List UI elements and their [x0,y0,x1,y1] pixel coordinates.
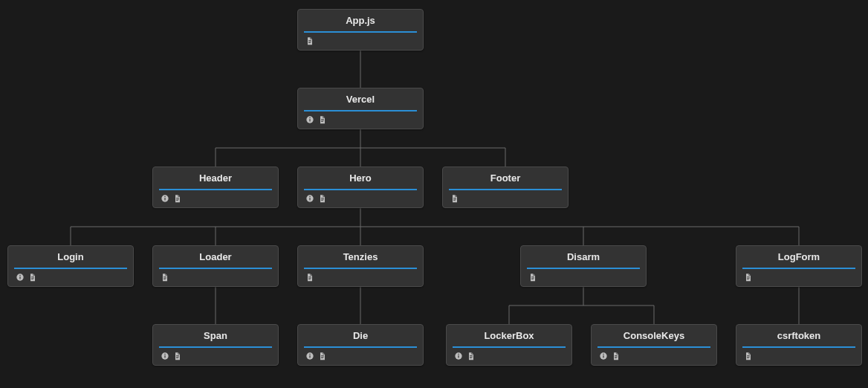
document-icon [318,194,327,203]
node-csrftoken[interactable]: csrftoken [736,324,862,366]
svg-point-17 [309,196,311,198]
svg-rect-8 [321,121,323,122]
svg-rect-1 [308,42,311,42]
svg-rect-30 [163,277,166,277]
node-loader[interactable]: Loader [152,245,279,287]
svg-rect-21 [453,198,456,198]
svg-rect-43 [164,355,165,358]
info-icon [599,352,608,360]
node-logform[interactable]: LogForm [736,245,862,287]
svg-rect-14 [176,200,178,201]
svg-rect-32 [163,279,166,279]
svg-rect-57 [470,355,473,356]
node-icons [153,190,278,207]
svg-rect-23 [453,200,456,201]
svg-rect-53 [321,358,323,358]
svg-rect-29 [31,279,33,279]
svg-rect-51 [321,355,324,356]
svg-point-62 [603,354,604,355]
svg-rect-65 [615,358,617,358]
node-header[interactable]: Header [152,166,279,208]
svg-rect-64 [615,357,618,358]
document-icon [173,194,182,203]
svg-rect-4 [309,119,310,121]
svg-rect-63 [615,355,618,356]
svg-point-5 [309,117,311,119]
node-icons [298,269,423,286]
svg-rect-66 [747,355,750,356]
svg-rect-22 [453,199,456,200]
svg-rect-33 [308,277,311,277]
node-app[interactable]: App.js [297,9,424,51]
node-span[interactable]: Span [152,324,279,366]
svg-rect-20 [321,200,323,201]
node-login[interactable]: Login [7,245,134,287]
node-icons [153,348,278,365]
document-icon [318,352,327,360]
document-icon [305,36,314,45]
info-icon [16,273,25,282]
node-die[interactable]: Die [297,324,424,366]
node-title: ConsoleKeys [597,326,710,348]
node-lockerbox[interactable]: LockerBox [446,324,572,366]
svg-rect-59 [470,358,472,358]
svg-rect-25 [19,277,20,279]
node-icons [153,269,278,286]
svg-rect-10 [164,198,165,200]
node-title: LockerBox [453,326,566,348]
svg-rect-45 [176,355,179,356]
svg-rect-41 [747,279,749,279]
node-title: Footer [449,168,562,190]
node-tenzies[interactable]: Tenzies [297,245,424,287]
node-title: Die [304,326,417,348]
node-footer[interactable]: Footer [442,166,569,208]
info-icon [454,352,463,360]
node-title: Vercel [304,89,417,111]
node-title: Tenzies [304,247,417,269]
svg-rect-58 [470,357,473,358]
node-icons [521,269,646,286]
diagram-canvas: App.jsVercelHeaderHeroFooterLoginLoaderT… [0,0,868,388]
document-icon [450,194,459,203]
node-consolekeys[interactable]: ConsoleKeys [591,324,717,366]
svg-rect-47 [176,358,178,358]
node-title: Hero [304,168,417,190]
svg-rect-49 [309,355,310,358]
node-icons [592,348,716,365]
node-title: Disarm [527,247,640,269]
node-title: Span [159,326,272,348]
svg-rect-52 [321,357,324,358]
node-hero[interactable]: Hero [297,166,424,208]
svg-point-50 [309,354,311,355]
svg-rect-68 [747,358,749,358]
node-title: csrftoken [742,326,855,348]
svg-rect-13 [176,199,179,200]
svg-rect-6 [321,119,324,120]
svg-rect-55 [458,355,459,358]
svg-rect-40 [747,278,750,279]
svg-rect-19 [321,199,324,200]
node-vercel[interactable]: Vercel [297,88,424,129]
node-icons [736,269,861,286]
node-icons [298,111,423,129]
info-icon [161,194,169,203]
svg-rect-12 [176,198,179,198]
document-icon [744,273,753,282]
node-title: Loader [159,247,272,269]
node-disarm[interactable]: Disarm [520,245,647,287]
node-title: Header [159,168,272,190]
svg-rect-34 [308,278,311,279]
svg-rect-36 [531,277,534,277]
svg-rect-18 [321,198,324,198]
svg-rect-2 [308,42,311,43]
node-icons [298,348,423,365]
info-icon [305,115,314,124]
node-title: App.js [304,10,417,33]
document-icon [467,352,476,360]
svg-rect-35 [308,279,311,279]
svg-rect-0 [308,40,311,41]
document-icon [318,115,327,124]
svg-rect-39 [747,277,750,277]
node-icons [447,348,571,365]
svg-rect-67 [747,357,750,358]
